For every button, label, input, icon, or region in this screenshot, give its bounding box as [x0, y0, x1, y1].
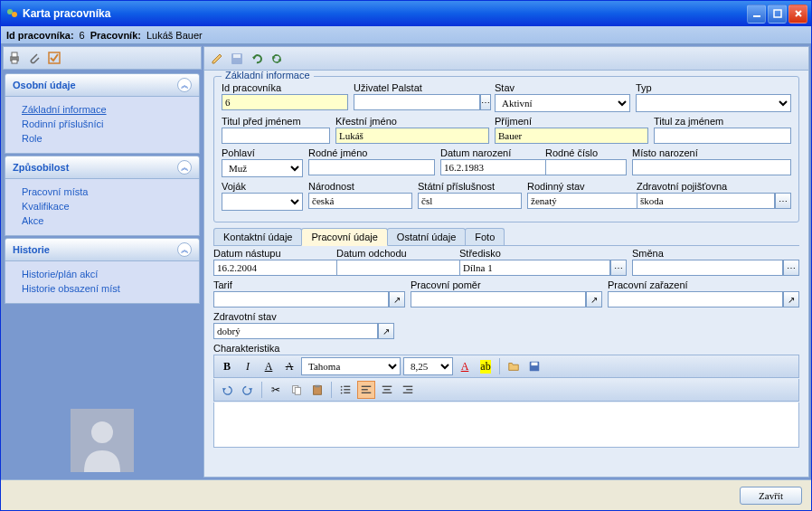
rte-redo-button[interactable]: [239, 381, 257, 399]
tab-contact[interactable]: Kontaktní údaje: [213, 228, 302, 245]
type-select[interactable]: [636, 94, 791, 112]
nav-link-action-history[interactable]: Historie/plán akcí: [22, 267, 190, 281]
rte-align-center-button[interactable]: [378, 381, 396, 399]
nav-link-role[interactable]: Role: [22, 131, 190, 146]
gender-label: Pohlaví: [222, 147, 303, 158]
rte-highlight-button[interactable]: ab: [477, 357, 495, 375]
center-lookup-button[interactable]: ⋯: [610, 260, 627, 276]
svg-rect-24: [362, 386, 372, 387]
tariff-lookup-button[interactable]: ↗: [389, 291, 405, 308]
edit-icon[interactable]: [210, 52, 224, 66]
work-tab-panel: Datum nástupu ▾ Datum odchodu ▾ Středisk…: [213, 248, 799, 448]
rte-font-color-button[interactable]: A: [456, 357, 474, 375]
tariff-input[interactable]: [213, 291, 389, 308]
rte-align-right-button[interactable]: [399, 381, 417, 399]
id-input[interactable]: [222, 94, 348, 110]
nav-link-family[interactable]: Rodinní příslušníci: [22, 117, 190, 131]
nav-header-competence[interactable]: Způsobilost ︽: [5, 156, 200, 179]
shift-lookup-button[interactable]: ⋯: [783, 260, 799, 276]
user-input[interactable]: [354, 94, 480, 110]
title-before-input[interactable]: [222, 128, 330, 144]
svg-point-1: [12, 12, 17, 17]
fieldset-legend: Základní informace: [222, 71, 314, 80]
nav-link-basic-info[interactable]: Základní informace: [22, 102, 190, 117]
tab-work[interactable]: Pracovní údaje: [301, 228, 387, 246]
nav-header-history[interactable]: Historie ︽: [5, 238, 200, 261]
birth-place-input[interactable]: [632, 159, 791, 175]
close-button[interactable]: [788, 5, 807, 24]
maximize-button[interactable]: [768, 5, 787, 24]
refresh-icon[interactable]: [269, 52, 284, 66]
print-icon[interactable]: [7, 51, 22, 65]
insurance-input[interactable]: [637, 193, 775, 209]
svg-rect-5: [12, 52, 17, 57]
nav-header-personal[interactable]: Osobní údaje ︽: [5, 73, 200, 97]
nav-link-position-history[interactable]: Historie obsazení míst: [22, 281, 190, 296]
rte-toolbar-row2: ✂: [213, 379, 799, 402]
soldier-select[interactable]: [222, 193, 303, 211]
content: Základní informace Id pracovníka Uživate…: [203, 46, 809, 478]
undo-icon[interactable]: [250, 52, 264, 66]
end-date-label: Datum odchodu: [336, 248, 454, 259]
checkbox-icon[interactable]: [47, 51, 61, 65]
user-lookup-button[interactable]: ⋯: [480, 94, 491, 110]
content-toolbar: [204, 47, 808, 71]
assignment-input[interactable]: [608, 291, 783, 308]
attachment-icon[interactable]: [27, 51, 42, 65]
id-field-label: Id pracovníka: [222, 82, 348, 93]
state-select[interactable]: Aktivní: [495, 94, 630, 112]
tab-photo[interactable]: Foto: [465, 228, 505, 245]
nav-link-actions[interactable]: Akce: [22, 213, 190, 228]
infobar: Id pracovníka: 6 Pracovník: Lukáš Bauer: [1, 26, 811, 44]
nationality-input[interactable]: [308, 193, 412, 209]
end-date-input[interactable]: [336, 260, 463, 276]
close-dialog-button[interactable]: Zavřít: [740, 487, 802, 505]
gender-select[interactable]: Muž: [222, 159, 303, 177]
insurance-lookup-button[interactable]: ⋯: [775, 193, 791, 209]
birth-num-input[interactable]: [545, 159, 627, 175]
rte-undo-button[interactable]: [218, 381, 236, 399]
nav-panels: Osobní údaje ︽ Základní informace Rodinn…: [3, 71, 202, 478]
nav-link-qualification[interactable]: Kvalifikace: [22, 199, 190, 213]
health-input[interactable]: [213, 323, 378, 339]
worker-value: Lukáš Bauer: [146, 30, 203, 41]
rte-paste-button[interactable]: [308, 381, 326, 399]
svg-rect-28: [384, 389, 391, 390]
citizenship-input[interactable]: [418, 193, 522, 209]
shift-input[interactable]: [632, 260, 783, 276]
rte-save-button[interactable]: [525, 357, 543, 375]
type-field-label: Typ: [636, 82, 791, 93]
rte-strike-button[interactable]: A: [280, 357, 298, 375]
maiden-input[interactable]: [308, 159, 435, 175]
rte-size-select[interactable]: 8,25: [403, 357, 453, 375]
rte-font-select[interactable]: Tahoma: [301, 357, 401, 375]
tab-other[interactable]: Ostatní údaje: [387, 228, 466, 245]
assignment-lookup-button[interactable]: ↗: [783, 291, 799, 308]
rte-italic-button[interactable]: I: [239, 357, 257, 375]
titlebar: Karta pracovníka: [1, 1, 811, 26]
health-lookup-button[interactable]: ↗: [378, 323, 394, 339]
rte-underline-button[interactable]: A: [260, 357, 278, 375]
minimize-button[interactable]: [747, 5, 766, 24]
svg-point-0: [7, 9, 13, 14]
start-date-input[interactable]: [213, 260, 340, 276]
rte-open-button[interactable]: [505, 357, 523, 375]
relation-lookup-button[interactable]: ↗: [586, 291, 602, 308]
rte-bold-button[interactable]: B: [218, 357, 236, 375]
svg-point-20: [341, 389, 343, 391]
chevron-up-icon: ︽: [177, 242, 192, 257]
surname-input[interactable]: [495, 128, 648, 144]
nav-link-jobs[interactable]: Pracovní místa: [22, 185, 190, 199]
avatar: [71, 409, 134, 472]
rte-textarea[interactable]: [213, 402, 799, 448]
title-after-input[interactable]: [654, 128, 791, 144]
save-icon[interactable]: [230, 52, 244, 66]
rte-bullets-button[interactable]: [336, 381, 354, 399]
center-input[interactable]: [459, 260, 610, 276]
rte-align-left-button[interactable]: [357, 381, 375, 399]
family-input[interactable]: [527, 193, 654, 209]
first-name-input[interactable]: [335, 128, 489, 144]
rte-copy-button[interactable]: [288, 381, 306, 399]
rte-cut-button[interactable]: ✂: [267, 381, 285, 399]
relation-input[interactable]: [411, 291, 586, 308]
